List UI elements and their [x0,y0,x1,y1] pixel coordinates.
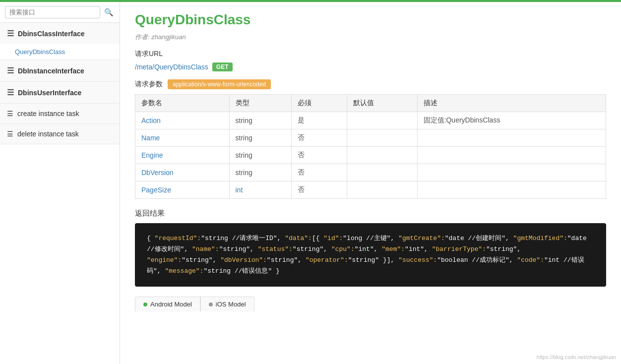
nav-item-create-instance-task[interactable]: ☰ create instance task [0,104,120,124]
param-type-3: string [229,164,291,182]
nav-group-dbinsclass-label: DbinsClassInterface [18,30,85,38]
watermark: https://blog.csdn.net/zhangjikuan [537,354,616,360]
method-badge: GET [212,62,233,71]
menu-icon-3: ☰ [7,88,14,97]
param-name-4: PageSize [135,182,230,199]
table-row: PageSize int 否 [135,182,606,199]
param-default-4 [347,182,417,199]
col-header-required: 必须 [291,95,347,112]
search-input[interactable] [5,6,100,18]
nav-item-delete-instance-task[interactable]: ☰ delete instance task [0,124,120,144]
menu-icon-1: ☰ [7,29,14,38]
nav-item-create-instance-task-label: create instance task [17,110,79,118]
params-label-text: 请求参数 [135,80,163,89]
param-desc-3 [417,164,606,182]
col-header-type: 类型 [229,95,291,112]
col-header-desc: 描述 [417,95,606,112]
nav-group-dbinsuser-title[interactable]: ☰ DbinsUserInterface [0,82,120,103]
params-table: 参数名 类型 必须 默认值 描述 Action string 是 固定值:Que… [135,94,606,199]
param-required-0: 是 [291,112,347,129]
table-row: Name string 否 [135,129,606,147]
param-type-4: int [229,182,291,199]
param-default-2 [347,147,417,164]
param-name-2: Engine [135,147,230,164]
nav-group-dbinstance-title[interactable]: ☰ DbInstanceInterface [0,60,120,81]
param-name-1: Name [135,129,230,147]
request-url-label: 请求URL [135,50,606,59]
tab-label-1: iOS Model [216,301,246,308]
nav-item-delete-instance-task-label: delete instance task [17,130,79,138]
param-required-1: 否 [291,129,347,147]
param-required-2: 否 [291,147,347,164]
param-default-1 [347,129,417,147]
bottom-tabs: Android ModeliOS Model [135,297,606,311]
param-required-3: 否 [291,164,347,182]
top-bar [0,0,621,2]
url-row: /meta/QueryDbinsClass GET [135,62,606,71]
col-header-name: 参数名 [135,95,230,112]
android-dot [143,303,147,306]
param-type-1: string [229,129,291,147]
params-label: 请求参数 application/x-www-form-urlencoded [135,79,606,89]
sidebar-item-querydbinsclass-label: QueryDbinsClass [15,48,65,56]
sidebar-item-querydbinsclass[interactable]: QueryDbinsClass [0,44,120,60]
table-row: Action string 是 固定值:QueryDbinsClass [135,112,606,129]
return-label: 返回结果 [135,209,606,218]
nav-group-dbinsclass-title[interactable]: ☰ DbinsClassInterface [0,23,120,44]
bottom-tab-0[interactable]: Android Model [135,297,200,311]
param-name-3: DbVersion [135,164,230,182]
code-block: { "requestId":"string //请求唯一ID", "data":… [135,223,606,287]
param-type-2: string [229,147,291,164]
nav-group-dbinsuser: ☰ DbinsUserInterface [0,82,120,104]
page-title: QueryDbinsClass [135,12,606,28]
param-type-0: string [229,112,291,129]
content-type-badge: application/x-www-form-urlencoded [168,79,271,89]
search-bar: 🔍 [0,2,120,23]
ios-dot [209,303,213,306]
param-desc-1 [417,129,606,147]
tab-label-0: Android Model [150,301,192,308]
param-required-4: 否 [291,182,347,199]
param-name-0: Action [135,112,230,129]
param-default-3 [347,164,417,182]
url-path: /meta/QueryDbinsClass [135,63,208,71]
table-row: DbVersion string 否 [135,164,606,182]
menu-icon-5: ☰ [7,130,13,138]
search-button[interactable]: 🔍 [103,7,115,18]
nav-group-dbinstance-label: DbInstanceInterface [18,67,84,75]
param-desc-2 [417,147,606,164]
param-default-0 [347,112,417,129]
main-content: QueryDbinsClass 作者: zhangjikuan 请求URL /m… [120,2,621,364]
param-desc-4 [417,182,606,199]
table-row: Engine string 否 [135,147,606,164]
nav-group-dbinstance: ☰ DbInstanceInterface [0,60,120,82]
nav-group-dbinsclass: ☰ DbinsClassInterface QueryDbinsClass [0,23,120,60]
sidebar: 🔍 ☰ DbinsClassInterface QueryDbinsClass … [0,2,120,364]
nav-group-dbinsuser-label: DbinsUserInterface [18,89,81,97]
param-desc-0: 固定值:QueryDbinsClass [417,112,606,129]
col-header-default: 默认值 [347,95,417,112]
menu-icon-4: ☰ [7,110,13,118]
bottom-tab-1[interactable]: iOS Model [200,297,254,311]
menu-icon-2: ☰ [7,66,14,75]
author: 作者: zhangjikuan [135,33,606,42]
